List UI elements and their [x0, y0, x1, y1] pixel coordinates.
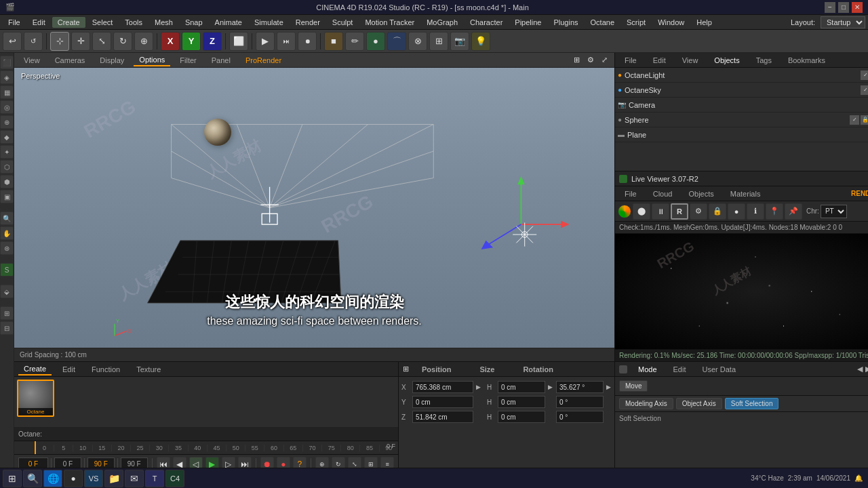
- lp-btn-s[interactable]: S: [0, 263, 14, 277]
- x-axis-button[interactable]: X: [161, 32, 180, 51]
- layout-dropdown[interactable]: Startup: [821, 16, 865, 28]
- obj-vis-btn-sky[interactable]: ✓: [861, 85, 868, 95]
- mp-tab-edit[interactable]: Edit: [57, 364, 81, 375]
- viewport-expand-icon[interactable]: ⊞: [571, 54, 583, 65]
- tp-z-size-input[interactable]: [498, 411, 545, 423]
- menu-select[interactable]: Select: [87, 17, 119, 28]
- light-btn[interactable]: 💡: [471, 32, 490, 51]
- menu-character[interactable]: Character: [465, 17, 508, 28]
- grid-btn[interactable]: ⊞: [429, 32, 448, 51]
- notification-icon[interactable]: 🔔: [854, 474, 863, 482]
- menu-tools[interactable]: Tools: [119, 17, 148, 28]
- lp-btn-2[interactable]: ◈: [0, 70, 14, 84]
- close-button[interactable]: ✕: [852, 2, 863, 13]
- lv-tab-file[interactable]: File: [619, 188, 642, 199]
- tp-x-size-input[interactable]: [498, 381, 545, 393]
- sphere-btn[interactable]: ●: [366, 32, 385, 51]
- vp-tab-display[interactable]: Display: [94, 55, 130, 66]
- camera-btn[interactable]: 📷: [450, 32, 469, 51]
- menu-edit[interactable]: Edit: [27, 17, 51, 28]
- obj-row-camera[interactable]: 📷 Camera ✓ 🔒: [615, 98, 868, 113]
- lv-octane-icon[interactable]: [618, 205, 631, 218]
- lp-btn-8[interactable]: ⬡: [0, 160, 14, 174]
- menu-window[interactable]: Window: [652, 17, 690, 28]
- taskbar-teams-btn[interactable]: T: [145, 470, 164, 487]
- obj-row-plane[interactable]: ▬ Plane ✓ 🔒: [615, 127, 868, 142]
- y-axis-button[interactable]: Y: [182, 32, 201, 51]
- menu-octane[interactable]: Octane: [585, 17, 620, 28]
- lp-btn-13[interactable]: ⊛: [0, 241, 14, 255]
- obj-tab-objects[interactable]: Objects: [709, 55, 745, 66]
- mp-tab-function[interactable]: Function: [86, 364, 125, 375]
- obj-row-octanesky[interactable]: ● OctaneSky ✓ 🔒: [615, 83, 868, 98]
- lp-btn-1[interactable]: ⬛: [0, 56, 14, 69]
- lp-btn-5[interactable]: ⊕: [0, 115, 14, 129]
- menu-render[interactable]: Render: [290, 17, 326, 28]
- lp-btn-10[interactable]: ▣: [0, 190, 14, 203]
- cube-button[interactable]: ■: [324, 32, 343, 51]
- tp-y-pos-input[interactable]: [412, 396, 473, 408]
- taskbar-vscode-btn[interactable]: VS: [84, 470, 103, 487]
- mp-tab-texture[interactable]: Texture: [131, 364, 166, 375]
- tp-x-pos-input[interactable]: [412, 381, 473, 393]
- lp-btn-15[interactable]: ⊞: [0, 306, 14, 320]
- paint-button[interactable]: ✏: [345, 32, 364, 51]
- vp-tab-filter[interactable]: Filter: [174, 55, 201, 66]
- rb-modeling-axis-btn[interactable]: Modeling Axis: [619, 398, 673, 409]
- material-preview[interactable]: Octane: [17, 380, 54, 417]
- z-axis-button[interactable]: Z: [203, 32, 222, 51]
- menu-pipeline[interactable]: Pipeline: [509, 17, 547, 28]
- menu-mograph[interactable]: MoGraph: [421, 17, 463, 28]
- rb-object-axis-btn[interactable]: Object Axis: [676, 398, 722, 409]
- lv-tab-cloud[interactable]: Cloud: [648, 188, 678, 199]
- vp-tab-cameras[interactable]: Cameras: [50, 55, 91, 66]
- vp-tab-view[interactable]: View: [18, 55, 45, 66]
- obj-tab-edit[interactable]: Edit: [648, 55, 671, 66]
- obj-row-octanelight[interactable]: ● OctaneLight ✓ 🔒: [615, 68, 868, 83]
- obj-vis-btn[interactable]: ✓: [861, 70, 868, 80]
- obj-tab-bookmarks[interactable]: Bookmarks: [783, 55, 831, 66]
- rb-tab-userdata[interactable]: User Data: [697, 364, 742, 375]
- play-forward-button[interactable]: ▶: [256, 32, 275, 51]
- rb-back-icon[interactable]: ◀: [857, 365, 863, 373]
- vp-tab-panel[interactable]: Panel: [206, 55, 236, 66]
- vp-tab-prorender[interactable]: ProRender: [240, 55, 287, 66]
- viewport-settings-icon[interactable]: ⚙: [585, 54, 597, 65]
- taskbar-search-btn[interactable]: 🔍: [23, 470, 42, 487]
- menu-simulate[interactable]: Simulate: [249, 17, 289, 28]
- viewport-fullscreen-icon[interactable]: ⤢: [599, 54, 610, 65]
- redo-button[interactable]: ↺: [24, 32, 43, 51]
- taskbar-file-btn[interactable]: 📁: [104, 470, 123, 487]
- lv-tab-materials[interactable]: Materials: [725, 188, 766, 199]
- rotate-tool-button[interactable]: ↻: [113, 32, 132, 51]
- rb-move-btn[interactable]: Move: [619, 380, 648, 392]
- lv-info-btn[interactable]: ℹ: [747, 203, 764, 220]
- lv-settings-btn[interactable]: ⚙: [690, 203, 707, 220]
- render-region-button[interactable]: ⬜: [229, 32, 248, 51]
- loop-button[interactable]: ⏭: [277, 32, 296, 51]
- lp-btn-4[interactable]: ◎: [0, 100, 14, 114]
- tp-x-rot-input[interactable]: [556, 381, 604, 393]
- tp-z-pos-input[interactable]: [412, 411, 473, 423]
- menu-file[interactable]: File: [3, 17, 26, 28]
- lp-btn-12[interactable]: ✋: [0, 226, 14, 240]
- menu-snap[interactable]: Snap: [180, 17, 208, 28]
- menu-motion-tracker[interactable]: Motion Tracker: [359, 17, 420, 28]
- taskbar-start-btn[interactable]: ⊞: [3, 470, 22, 487]
- bend-btn[interactable]: ⌒: [387, 32, 406, 51]
- lp-btn-9[interactable]: ⬢: [0, 175, 14, 188]
- maximize-button[interactable]: □: [838, 2, 849, 13]
- lv-pause-btn[interactable]: ⏸: [652, 203, 669, 220]
- rb-soft-selection-btn[interactable]: Soft Selection: [725, 398, 779, 409]
- menu-create[interactable]: Create: [52, 17, 85, 28]
- move-tool-button[interactable]: ✛: [71, 32, 90, 51]
- lv-loc2-btn[interactable]: 📌: [785, 203, 802, 220]
- lp-btn-16[interactable]: ⊟: [0, 321, 14, 335]
- rb-fwd-icon[interactable]: ▶: [865, 365, 868, 373]
- lv-lock-btn[interactable]: 🔒: [709, 203, 726, 220]
- viewport-canvas[interactable]: Perspective RRCG 人人素材 RRCG 人人素材: [14, 68, 614, 348]
- lp-btn-14[interactable]: ⬙: [0, 285, 14, 298]
- menu-mesh[interactable]: Mesh: [149, 17, 178, 28]
- timeline[interactable]: 0 5 10 15 20 25 30 35 40 45 50 55 60 65: [14, 441, 398, 454]
- undo-button[interactable]: ↩: [3, 32, 22, 51]
